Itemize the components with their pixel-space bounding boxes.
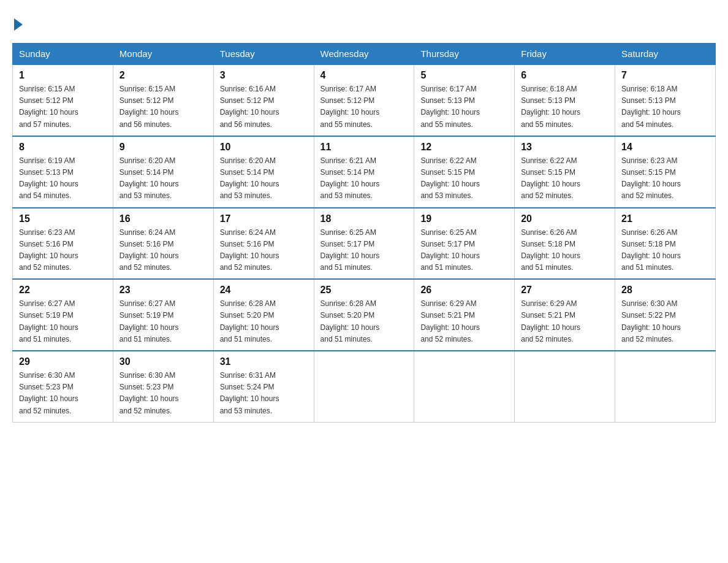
week-row-4: 22Sunrise: 6:27 AMSunset: 5:19 PMDayligh… [13, 279, 716, 351]
day-info: Sunrise: 6:28 AMSunset: 5:20 PMDaylight:… [220, 298, 308, 345]
day-number: 22 [19, 285, 107, 296]
calendar-cell: 24Sunrise: 6:28 AMSunset: 5:20 PMDayligh… [213, 279, 314, 351]
day-number: 3 [220, 70, 308, 81]
week-row-2: 8Sunrise: 6:19 AMSunset: 5:13 PMDaylight… [13, 136, 716, 208]
day-number: 24 [220, 285, 308, 296]
calendar-cell [314, 351, 414, 422]
calendar-cell: 25Sunrise: 6:28 AMSunset: 5:20 PMDayligh… [314, 279, 414, 351]
day-info: Sunrise: 6:24 AMSunset: 5:16 PMDaylight:… [220, 227, 308, 274]
day-number: 30 [119, 356, 207, 367]
day-number: 8 [19, 142, 107, 153]
calendar-cell [515, 351, 615, 422]
day-number: 12 [420, 142, 508, 153]
day-number: 4 [320, 70, 408, 81]
day-info: Sunrise: 6:16 AMSunset: 5:12 PMDaylight:… [220, 83, 308, 131]
day-number: 23 [119, 285, 207, 296]
day-info: Sunrise: 6:26 AMSunset: 5:18 PMDaylight:… [621, 227, 709, 274]
day-number: 11 [320, 142, 408, 153]
week-row-1: 1Sunrise: 6:15 AMSunset: 5:12 PMDaylight… [13, 64, 716, 136]
col-header-sunday: Sunday [13, 44, 113, 65]
calendar-cell: 26Sunrise: 6:29 AMSunset: 5:21 PMDayligh… [414, 279, 515, 351]
day-info: Sunrise: 6:25 AMSunset: 5:17 PMDaylight:… [420, 227, 508, 274]
day-info: Sunrise: 6:29 AMSunset: 5:21 PMDaylight:… [521, 298, 609, 345]
calendar-cell: 30Sunrise: 6:30 AMSunset: 5:23 PMDayligh… [113, 351, 213, 422]
calendar-cell: 12Sunrise: 6:22 AMSunset: 5:15 PMDayligh… [414, 136, 515, 208]
day-number: 9 [119, 142, 207, 153]
day-number: 21 [621, 213, 709, 224]
calendar-cell: 14Sunrise: 6:23 AMSunset: 5:15 PMDayligh… [615, 136, 716, 208]
day-number: 26 [420, 285, 508, 296]
calendar-cell: 8Sunrise: 6:19 AMSunset: 5:13 PMDaylight… [13, 136, 113, 208]
day-number: 16 [119, 213, 207, 224]
day-info: Sunrise: 6:17 AMSunset: 5:13 PMDaylight:… [420, 83, 508, 131]
day-info: Sunrise: 6:23 AMSunset: 5:16 PMDaylight:… [19, 227, 107, 274]
page-header [12, 12, 716, 37]
col-header-tuesday: Tuesday [213, 44, 314, 65]
week-row-5: 29Sunrise: 6:30 AMSunset: 5:23 PMDayligh… [13, 351, 716, 422]
day-info: Sunrise: 6:30 AMSunset: 5:23 PMDaylight:… [119, 370, 207, 417]
day-number: 6 [521, 70, 609, 81]
day-info: Sunrise: 6:25 AMSunset: 5:17 PMDaylight:… [320, 227, 408, 274]
calendar-cell: 27Sunrise: 6:29 AMSunset: 5:21 PMDayligh… [515, 279, 615, 351]
day-number: 25 [320, 285, 408, 296]
calendar-cell: 20Sunrise: 6:26 AMSunset: 5:18 PMDayligh… [515, 208, 615, 280]
calendar-cell: 28Sunrise: 6:30 AMSunset: 5:22 PMDayligh… [615, 279, 716, 351]
calendar-cell: 11Sunrise: 6:21 AMSunset: 5:14 PMDayligh… [314, 136, 414, 208]
day-number: 18 [320, 213, 408, 224]
calendar-cell [615, 351, 716, 422]
col-header-friday: Friday [515, 44, 615, 65]
day-number: 13 [521, 142, 609, 153]
day-info: Sunrise: 6:15 AMSunset: 5:12 PMDaylight:… [119, 83, 207, 131]
day-info: Sunrise: 6:19 AMSunset: 5:13 PMDaylight:… [19, 155, 107, 202]
day-info: Sunrise: 6:29 AMSunset: 5:21 PMDaylight:… [420, 298, 508, 345]
calendar-cell: 4Sunrise: 6:17 AMSunset: 5:12 PMDaylight… [314, 64, 414, 136]
day-info: Sunrise: 6:27 AMSunset: 5:19 PMDaylight:… [119, 298, 207, 345]
calendar-cell [414, 351, 515, 422]
day-number: 28 [621, 285, 709, 296]
day-info: Sunrise: 6:30 AMSunset: 5:22 PMDaylight:… [621, 298, 709, 345]
day-number: 2 [119, 70, 207, 81]
calendar-cell: 17Sunrise: 6:24 AMSunset: 5:16 PMDayligh… [213, 208, 314, 280]
calendar-cell: 15Sunrise: 6:23 AMSunset: 5:16 PMDayligh… [13, 208, 113, 280]
calendar-cell: 13Sunrise: 6:22 AMSunset: 5:15 PMDayligh… [515, 136, 615, 208]
day-number: 10 [220, 142, 308, 153]
calendar-cell: 23Sunrise: 6:27 AMSunset: 5:19 PMDayligh… [113, 279, 213, 351]
day-number: 7 [621, 70, 709, 81]
col-header-thursday: Thursday [414, 44, 515, 65]
day-number: 20 [521, 213, 609, 224]
calendar-cell: 16Sunrise: 6:24 AMSunset: 5:16 PMDayligh… [113, 208, 213, 280]
day-number: 5 [420, 70, 508, 81]
day-headers-row: SundayMondayTuesdayWednesdayThursdayFrid… [13, 44, 716, 65]
day-info: Sunrise: 6:20 AMSunset: 5:14 PMDaylight:… [220, 155, 308, 202]
calendar-table: SundayMondayTuesdayWednesdayThursdayFrid… [12, 43, 716, 423]
calendar-cell: 6Sunrise: 6:18 AMSunset: 5:13 PMDaylight… [515, 64, 615, 136]
col-header-monday: Monday [113, 44, 213, 65]
day-number: 27 [521, 285, 609, 296]
calendar-cell: 21Sunrise: 6:26 AMSunset: 5:18 PMDayligh… [615, 208, 716, 280]
week-row-3: 15Sunrise: 6:23 AMSunset: 5:16 PMDayligh… [13, 208, 716, 280]
day-number: 14 [621, 142, 709, 153]
logo [12, 18, 25, 31]
calendar-cell: 31Sunrise: 6:31 AMSunset: 5:24 PMDayligh… [213, 351, 314, 422]
calendar-cell: 22Sunrise: 6:27 AMSunset: 5:19 PMDayligh… [13, 279, 113, 351]
calendar-cell: 18Sunrise: 6:25 AMSunset: 5:17 PMDayligh… [314, 208, 414, 280]
day-info: Sunrise: 6:31 AMSunset: 5:24 PMDaylight:… [220, 370, 308, 417]
day-number: 1 [19, 70, 107, 81]
col-header-saturday: Saturday [615, 44, 716, 65]
day-info: Sunrise: 6:23 AMSunset: 5:15 PMDaylight:… [621, 155, 709, 202]
logo-arrow-icon [14, 18, 23, 31]
day-number: 15 [19, 213, 107, 224]
calendar-cell: 3Sunrise: 6:16 AMSunset: 5:12 PMDaylight… [213, 64, 314, 136]
calendar-cell: 5Sunrise: 6:17 AMSunset: 5:13 PMDaylight… [414, 64, 515, 136]
calendar-cell: 2Sunrise: 6:15 AMSunset: 5:12 PMDaylight… [113, 64, 213, 136]
day-info: Sunrise: 6:22 AMSunset: 5:15 PMDaylight:… [521, 155, 609, 202]
day-info: Sunrise: 6:17 AMSunset: 5:12 PMDaylight:… [320, 83, 408, 131]
day-info: Sunrise: 6:15 AMSunset: 5:12 PMDaylight:… [19, 83, 107, 131]
day-info: Sunrise: 6:18 AMSunset: 5:13 PMDaylight:… [621, 83, 709, 131]
day-info: Sunrise: 6:20 AMSunset: 5:14 PMDaylight:… [119, 155, 207, 202]
day-number: 17 [220, 213, 308, 224]
col-header-wednesday: Wednesday [314, 44, 414, 65]
day-info: Sunrise: 6:22 AMSunset: 5:15 PMDaylight:… [420, 155, 508, 202]
day-info: Sunrise: 6:28 AMSunset: 5:20 PMDaylight:… [320, 298, 408, 345]
day-info: Sunrise: 6:26 AMSunset: 5:18 PMDaylight:… [521, 227, 609, 274]
